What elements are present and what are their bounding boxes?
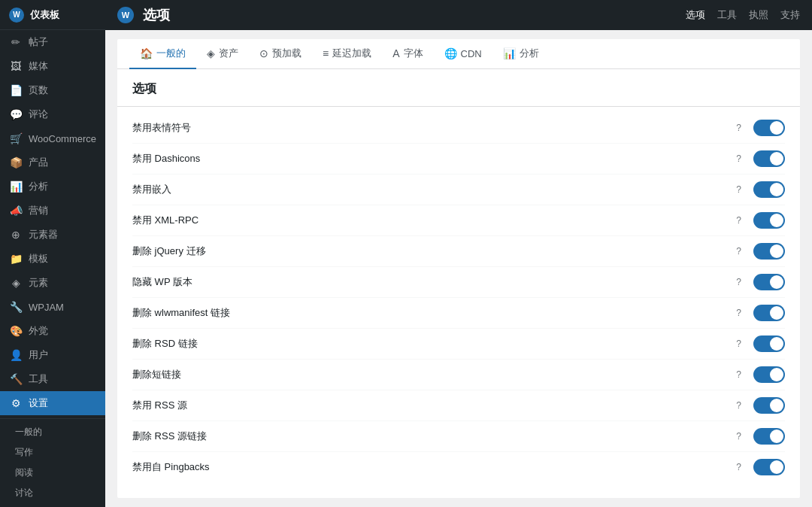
option-label-9: 禁用 RSS 源 — [132, 399, 736, 412]
sidebar-icon-2: 📄 — [9, 83, 23, 97]
toggle-knob-8 — [770, 368, 783, 381]
sidebar-sub-item-阅读[interactable]: 阅读 — [0, 463, 105, 483]
topbar-logo-icon: W — [117, 7, 134, 23]
sidebar-item-评论[interactable]: 💬评论 — [0, 102, 105, 126]
option-toggle-1[interactable] — [753, 150, 785, 167]
option-help-9[interactable]: ? — [736, 400, 741, 411]
option-help-11[interactable]: ? — [736, 462, 741, 472]
option-row-3: 禁用 XML-RPC? — [132, 205, 785, 236]
page-title: 选项 — [143, 6, 170, 24]
sidebar-item-wpjam[interactable]: 🔧WPJAM — [0, 295, 105, 319]
tab-label-6: 分析 — [520, 47, 539, 60]
tab-icon-4: A — [392, 47, 399, 59]
option-row-2: 禁用嵌入? — [132, 175, 785, 205]
option-label-7: 删除 RSD 链接 — [132, 337, 736, 351]
sidebar-sub-item-一般的[interactable]: 一般的 — [0, 422, 105, 442]
sidebar-item-产品[interactable]: 📦产品 — [0, 150, 105, 175]
option-help-2[interactable]: ? — [736, 184, 741, 195]
sidebar-item-设置[interactable]: ⚙设置 — [0, 391, 105, 415]
option-toggle-4[interactable] — [753, 243, 785, 260]
sidebar-item-元素[interactable]: ◈元素 — [0, 271, 105, 295]
sidebar-icon-15: ⚙ — [9, 396, 23, 410]
sidebar-icon-0: ✏ — [9, 35, 23, 49]
option-row-10: 删除 RSS 源链接? — [132, 421, 785, 452]
tab-CDN[interactable]: 🌐CDN — [434, 40, 492, 68]
option-label-11: 禁用自 Pingbacks — [132, 460, 736, 474]
option-help-4[interactable]: ? — [736, 246, 741, 257]
tab-label-1: 资产 — [219, 47, 238, 60]
topbar-nav-选项[interactable]: 选项 — [686, 8, 705, 22]
sidebar-label-4: WooCommerce — [29, 133, 96, 144]
tab-预加载[interactable]: ⊙预加载 — [249, 39, 312, 69]
sidebar-icon-7: 📣 — [9, 204, 23, 217]
sidebar-item-外觉[interactable]: 🎨外觉 — [0, 319, 105, 343]
option-help-6[interactable]: ? — [736, 308, 741, 318]
option-label-4: 删除 jQuery 迁移 — [132, 244, 736, 258]
topbar-nav-执照[interactable]: 执照 — [749, 8, 768, 22]
option-toggle-0[interactable] — [753, 120, 785, 136]
option-toggle-7[interactable] — [753, 335, 785, 352]
sidebar-item-模板[interactable]: 📁模板 — [0, 247, 105, 271]
tab-延迟加载[interactable]: ≡延迟加载 — [312, 39, 382, 69]
tab-资产[interactable]: ◈资产 — [196, 39, 249, 69]
sidebar-label-5: 产品 — [29, 156, 48, 169]
sidebar-item-媒体[interactable]: 🖼媒体 — [0, 54, 105, 78]
sidebar-label-0: 帖子 — [29, 35, 48, 49]
tab-字体[interactable]: A字体 — [382, 39, 433, 69]
sidebar-label-11: WPJAM — [29, 302, 64, 313]
sidebar-item-woocommerce[interactable]: 🛒WooCommerce — [0, 126, 105, 150]
toggle-knob-3 — [770, 214, 783, 227]
option-toggle-8[interactable] — [753, 366, 785, 383]
sidebar-header-label: 仪表板 — [30, 8, 59, 22]
sidebar-divider — [0, 418, 105, 419]
tab-一般的[interactable]: 🏠一般的 — [129, 39, 196, 69]
option-help-3[interactable]: ? — [736, 215, 741, 226]
option-help-7[interactable]: ? — [736, 339, 741, 349]
options-list: 禁用表情符号?禁用 Dashicons?禁用嵌入?禁用 XML-RPC?删除 j… — [117, 107, 800, 488]
option-help-5[interactable]: ? — [736, 277, 741, 287]
sidebar-label-15: 设置 — [29, 396, 48, 410]
tab-icon-1: ◈ — [207, 47, 215, 59]
tabs-bar: 🏠一般的◈资产⊙预加载≡延迟加载A字体🌐CDN📊分析 — [117, 39, 800, 69]
sidebar-icon-8: ⊕ — [9, 228, 23, 241]
content-area: 🏠一般的◈资产⊙预加载≡延迟加载A字体🌐CDN📊分析 选项 禁用表情符号?禁用 … — [117, 39, 800, 498]
option-toggle-11[interactable] — [753, 459, 785, 475]
sidebar: W 仪表板 ✏帖子🖼媒体📄页数💬评论🛒WooCommerce📦产品📊分析📣营销⊕… — [0, 0, 105, 507]
option-label-3: 禁用 XML-RPC — [132, 214, 736, 227]
topbar-nav-支持[interactable]: 支持 — [780, 8, 800, 22]
topbar-nav-工具[interactable]: 工具 — [717, 8, 737, 22]
sidebar-sub-item-讨论[interactable]: 讨论 — [0, 483, 105, 503]
sidebar-icon-3: 💬 — [9, 108, 23, 121]
sidebar-sub-item-写作[interactable]: 写作 — [0, 442, 105, 463]
option-help-8[interactable]: ? — [736, 369, 741, 380]
tab-label-0: 一般的 — [156, 47, 186, 60]
option-toggle-2[interactable] — [753, 181, 785, 198]
main-area: W 选项 选项工具执照支持 🏠一般的◈资产⊙预加载≡延迟加载A字体🌐CDN📊分析… — [105, 0, 812, 507]
tab-icon-3: ≡ — [323, 47, 329, 59]
sidebar-item-页数[interactable]: 📄页数 — [0, 78, 105, 102]
tab-分析[interactable]: 📊分析 — [492, 39, 550, 69]
sidebar-item-营销[interactable]: 📣营销 — [0, 199, 105, 223]
option-help-0[interactable]: ? — [736, 123, 741, 133]
option-row-6: 删除 wlwmanifest 链接? — [132, 298, 785, 329]
sidebar-item-用户[interactable]: 👤用户 — [0, 343, 105, 367]
option-toggle-6[interactable] — [753, 305, 785, 321]
sidebar-item-工具[interactable]: 🔨工具 — [0, 367, 105, 391]
sidebar-item-帖子[interactable]: ✏帖子 — [0, 30, 105, 54]
toggle-knob-10 — [770, 430, 783, 443]
option-toggle-3[interactable] — [753, 212, 785, 229]
option-toggle-10[interactable] — [753, 428, 785, 445]
option-row-11: 禁用自 Pingbacks? — [132, 452, 785, 482]
sidebar-label-12: 外觉 — [29, 324, 48, 338]
option-help-1[interactable]: ? — [736, 153, 741, 164]
sidebar-item-元素器[interactable]: ⊕元素器 — [0, 223, 105, 247]
sidebar-header[interactable]: W 仪表板 — [0, 0, 105, 30]
sidebar-item-分析[interactable]: 📊分析 — [0, 175, 105, 199]
sidebar-label-9: 模板 — [29, 252, 48, 266]
option-toggle-5[interactable] — [753, 274, 785, 290]
option-row-9: 禁用 RSS 源? — [132, 390, 785, 421]
option-toggle-9[interactable] — [753, 397, 785, 414]
tab-label-4: 字体 — [404, 47, 423, 60]
option-row-7: 删除 RSD 链接? — [132, 329, 785, 360]
option-help-10[interactable]: ? — [736, 431, 741, 442]
